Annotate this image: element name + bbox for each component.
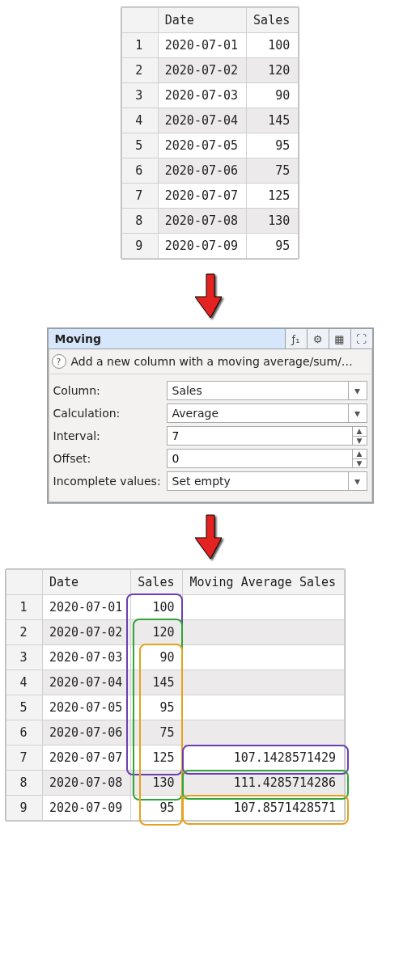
table-row: 6 2020-07-06 75 — [121, 158, 298, 184]
column-select[interactable]: Sales ▾ — [167, 381, 367, 400]
label-interval: Interval: — [53, 429, 167, 442]
table-row: 8 2020-07-08 130 111.4285714286 — [6, 771, 345, 796]
table-row: 9 2020-07-09 95 — [121, 234, 298, 259]
table-row: 9 2020-07-09 95 107.8571428571 — [6, 796, 345, 821]
interval-spinner[interactable]: ▲▼ — [353, 426, 367, 446]
interval-input[interactable] — [167, 426, 353, 446]
table-row: 5 2020-07-05 95 — [6, 695, 345, 720]
table-row: 7 2020-07-07 125 — [121, 184, 298, 209]
table-row: 2 2020-07-02 120 — [121, 58, 298, 83]
chevron-down-icon: ▾ — [349, 403, 367, 423]
calculation-select[interactable]: Average ▾ — [167, 403, 367, 423]
table-row: 1 2020-07-01 100 — [121, 33, 298, 58]
col-index-header — [6, 570, 43, 595]
expand-icon[interactable]: ⛶ — [350, 329, 372, 348]
col-sales-header: Sales — [131, 570, 183, 595]
label-incomplete: Incomplete values: — [53, 475, 167, 488]
offset-spinner[interactable]: ▲▼ — [353, 449, 367, 468]
table-row: 2 2020-07-02 120 — [6, 620, 345, 645]
label-offset: Offset: — [53, 452, 167, 465]
offset-input[interactable] — [167, 449, 353, 468]
table-row: 3 2020-07-03 90 — [6, 645, 345, 670]
arrow-down-icon — [195, 513, 226, 562]
dialog-title: Moving — [49, 329, 285, 348]
arrow-down-icon — [195, 272, 226, 321]
table-row: 1 2020-07-01 100 — [6, 595, 345, 620]
col-movavg-header: Moving Average Sales — [183, 570, 345, 595]
col-sales-header: Sales — [247, 8, 299, 33]
moving-settings-dialog: Moving ƒ₁ ⚙ ▦ ⛶ ? Add a new column with … — [47, 327, 374, 504]
chevron-down-icon: ▾ — [349, 471, 367, 491]
table-row: 4 2020-07-04 145 — [121, 108, 298, 133]
output-table: Date Sales Moving Average Sales 1 2020-0… — [5, 568, 346, 822]
table-row: 7 2020-07-07 125 107.1428571429 — [6, 746, 345, 771]
incomplete-select[interactable]: Set empty ▾ — [167, 471, 367, 491]
table-row: 8 2020-07-08 130 — [121, 209, 298, 234]
table-row: 5 2020-07-05 95 — [121, 133, 298, 158]
label-calculation: Calculation: — [53, 407, 167, 420]
grid-icon[interactable]: ▦ — [329, 329, 350, 348]
gear-icon[interactable]: ⚙ — [307, 329, 329, 348]
input-table: Date Sales 1 2020-07-01 100 2 2020-07-02… — [121, 6, 299, 260]
calc-icon[interactable]: ƒ₁ — [285, 329, 307, 348]
col-date-header: Date — [158, 8, 246, 33]
table-row: 6 2020-07-06 75 — [6, 720, 345, 746]
table-row: 3 2020-07-03 90 — [121, 83, 298, 108]
col-index-header — [121, 8, 158, 33]
table-row: 4 2020-07-04 145 — [6, 670, 345, 695]
label-column: Column: — [53, 384, 167, 397]
help-icon[interactable]: ? — [52, 354, 66, 369]
dialog-hint: Add a new column with a moving average/s… — [71, 355, 353, 368]
col-date-header: Date — [43, 570, 131, 595]
chevron-down-icon: ▾ — [349, 381, 367, 400]
